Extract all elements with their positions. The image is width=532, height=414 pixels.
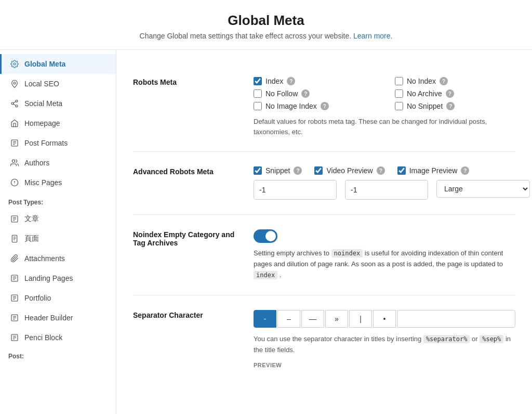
sep-btn-hyphen[interactable]: - [254, 310, 276, 328]
noindex-empty-label: Noindex Empty Category and Tag Archives [133, 229, 237, 247]
no-image-index-checkbox[interactable] [254, 102, 262, 110]
no-snippet-help-icon[interactable]: ? [446, 102, 455, 110]
learn-more-link[interactable]: Learn more. [353, 32, 392, 40]
people-icon [10, 158, 19, 167]
index-help-icon[interactable]: ? [287, 77, 295, 85]
sep-note-text2: or [472, 335, 478, 343]
svg-point-11 [12, 160, 15, 162]
sidebar-item-social-meta[interactable]: Social Meta [0, 94, 116, 113]
sidebar-item-attachments[interactable]: Attachments [0, 249, 116, 268]
post-formats-icon [10, 138, 19, 148]
sidebar: Global Meta Local SEO Social Meta Homepa… [0, 50, 116, 414]
sidebar-item-articles[interactable]: 文章 [0, 209, 116, 229]
sidebar-label-local-seo: Local SEO [24, 80, 59, 88]
post-section-label: Post: [0, 347, 116, 363]
sidebar-label-articles: 文章 [24, 214, 39, 224]
checkbox-no-follow: No Follow ? [254, 89, 374, 98]
video-preview-checkbox[interactable] [314, 166, 323, 175]
sidebar-item-global-meta[interactable]: Global Meta [0, 54, 116, 74]
sidebar-item-portfolio[interactable]: Portfolio [0, 288, 116, 308]
sidebar-item-authors[interactable]: Authors [0, 153, 116, 173]
separator-options: - – — » | • [254, 310, 515, 328]
snippet-value-input[interactable] [254, 182, 337, 198]
no-archive-help-icon[interactable]: ? [446, 89, 454, 98]
noindex-text3: . [280, 271, 282, 279]
sep-btn-bullet[interactable]: • [373, 310, 396, 328]
video-preview-label: Video Preview [326, 166, 373, 175]
no-snippet-label: No Snippet [407, 102, 443, 110]
sep-btn-pipe[interactable]: | [349, 310, 372, 328]
sidebar-label-penci-block: Penci Block [24, 333, 62, 342]
sidebar-item-landing-pages[interactable]: Landing Pages [0, 268, 116, 288]
sep-note-text1: You can use the separator character in t… [254, 335, 421, 343]
sidebar-label-portfolio: Portfolio [24, 294, 51, 302]
svg-point-0 [14, 63, 16, 65]
image-preview-label: Image Preview [409, 166, 458, 175]
noindex-row [254, 229, 515, 243]
snippet-spin-field: ▲ ▼ [254, 180, 337, 200]
sidebar-item-pages[interactable]: 頁面 [0, 229, 116, 249]
svg-rect-19 [12, 235, 17, 242]
video-preview-value-input[interactable] [345, 182, 428, 198]
sidebar-item-penci-block[interactable]: Penci Block [0, 328, 116, 347]
image-preview-select-wrap: Large None Standard [436, 180, 530, 200]
penci-block-icon [10, 333, 19, 342]
video-preview-spin-field: ▲ ▼ [345, 180, 428, 200]
header-builder-icon [10, 313, 19, 322]
sidebar-item-misc-pages[interactable]: Misc Pages [0, 173, 116, 192]
advanced-robots-section: Advanced Robots Meta Snippet ? Video Pre… [133, 152, 515, 215]
video-preview-help-icon[interactable]: ? [377, 166, 385, 175]
post-types-section-label: Post Types: [0, 192, 116, 209]
image-preview-checkbox-item: Image Preview ? [397, 166, 470, 175]
image-preview-help-icon[interactable]: ? [461, 166, 469, 175]
robots-meta-label: Robots Meta [133, 77, 237, 86]
sep-btn-dash[interactable]: – [277, 310, 300, 328]
sep-btn-raquo[interactable]: » [325, 310, 348, 328]
sidebar-item-post-formats[interactable]: Post Formats [0, 133, 116, 153]
misc-pages-icon [10, 178, 19, 187]
home-icon [10, 119, 19, 128]
svg-line-5 [14, 104, 16, 106]
no-archive-checkbox[interactable] [395, 89, 403, 98]
noindex-code1: noindex [331, 249, 363, 257]
separator-label: Separator Character [133, 310, 237, 319]
sidebar-label-landing-pages: Landing Pages [24, 274, 73, 282]
toggle-slider [254, 229, 277, 243]
no-index-help-icon[interactable]: ? [440, 77, 448, 85]
sidebar-item-homepage[interactable]: Homepage [0, 113, 116, 133]
sidebar-label-post-formats: Post Formats [24, 139, 68, 147]
image-preview-checkbox[interactable] [397, 166, 406, 175]
index-checkbox[interactable] [254, 77, 262, 85]
snippet-help-icon[interactable]: ? [294, 166, 302, 175]
no-index-checkbox[interactable] [395, 77, 403, 85]
snippet-label: Snippet [265, 166, 290, 175]
sidebar-label-homepage: Homepage [24, 119, 60, 127]
no-archive-label: No Archive [407, 89, 442, 98]
no-image-index-help-icon[interactable]: ? [321, 102, 329, 110]
noindex-text: Setting empty archives to noindex is use… [254, 248, 515, 280]
landing-pages-icon [10, 274, 19, 283]
page-header: Global Meta Change Global meta settings … [0, 0, 532, 50]
snippet-checkbox[interactable] [254, 166, 262, 175]
pages-icon [10, 234, 19, 243]
sidebar-item-header-builder[interactable]: Header Builder [0, 308, 116, 328]
no-follow-label: No Follow [265, 89, 298, 98]
no-snippet-checkbox[interactable] [395, 102, 403, 110]
noindex-empty-content: Setting empty archives to noindex is use… [254, 229, 515, 280]
sep-btn-em-dash[interactable]: — [301, 310, 324, 328]
sidebar-item-local-seo[interactable]: Local SEO [0, 74, 116, 94]
no-follow-checkbox[interactable] [254, 89, 262, 98]
sep-btn-custom[interactable] [397, 310, 515, 328]
separator-content: - – — » | • You can use the separator ch… [254, 310, 515, 368]
sidebar-label-authors: Authors [24, 159, 49, 167]
sep-code2: %sep% [480, 335, 503, 343]
robots-meta-section: Robots Meta Index ? No Index [133, 62, 515, 152]
gear-icon [10, 59, 19, 69]
content-area: Robots Meta Index ? No Index [116, 50, 532, 414]
no-follow-help-icon[interactable]: ? [301, 89, 310, 98]
noindex-toggle[interactable] [254, 229, 277, 243]
checkbox-index: Index ? [254, 77, 374, 85]
no-image-index-label: No Image Index [265, 102, 317, 110]
sep-code1: %separator% [423, 335, 470, 343]
image-preview-select[interactable]: Large None Standard [436, 180, 530, 198]
